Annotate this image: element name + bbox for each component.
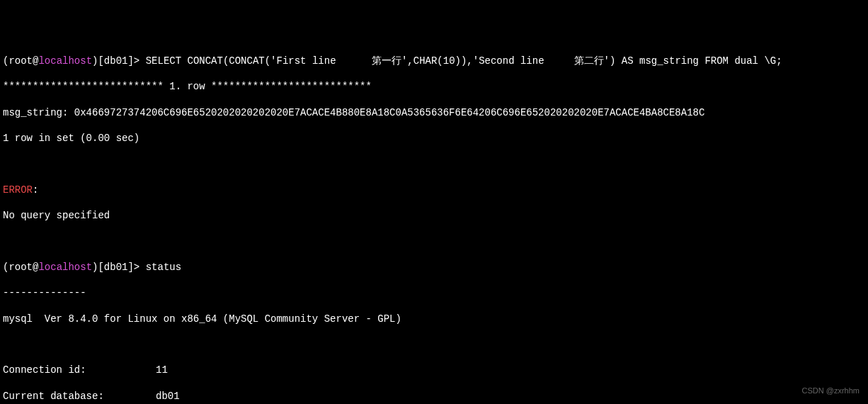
prompt-line-1[interactable]: (root@localhost)[db01]> SELECT CONCAT(CO…	[3, 55, 865, 67]
command-text: status	[146, 262, 181, 273]
error-message: No query specified	[3, 209, 865, 222]
prompt-db: db01	[104, 55, 128, 67]
row-header: *************************** 1. row *****…	[3, 80, 865, 93]
version-line: mysql Ver 8.4.0 for Linux on x86_64 (MyS…	[3, 313, 865, 325]
status-value: db01	[156, 391, 180, 402]
blank-line	[3, 338, 865, 351]
divider-dashes: --------------	[3, 286, 865, 299]
prompt-host: localhost	[38, 262, 92, 273]
blank-line	[3, 235, 865, 247]
command-text: SELECT CONCAT(CONCAT('First line 第一行',CH…	[146, 55, 782, 67]
status-label: Current database:	[3, 390, 156, 403]
blank-line	[3, 157, 865, 170]
status-value: 11	[156, 364, 168, 376]
prompt-host: localhost	[38, 55, 92, 67]
prompt-line-2[interactable]: (root@localhost)[db01]> status	[3, 261, 865, 274]
error-colon: :	[33, 184, 38, 196]
user: root	[8, 262, 33, 273]
user: root	[8, 55, 33, 67]
close-user: )[	[92, 262, 104, 273]
status-current-database: Current database:db01	[3, 390, 865, 403]
close-db: ]>	[127, 55, 145, 67]
watermark: CSDN @zxrhhm	[802, 386, 860, 395]
close-user: )[	[92, 55, 104, 67]
status-label: Connection id:	[3, 364, 156, 376]
close-db: ]>	[127, 262, 145, 273]
error-line: ERROR:	[3, 184, 865, 196]
msg-string-output: msg_string: 0x4669727374206C696E65202020…	[3, 106, 865, 119]
prompt-db: db01	[104, 262, 128, 273]
error-label: ERROR	[3, 184, 33, 196]
rows-in-set: 1 row in set (0.00 sec)	[3, 132, 865, 145]
status-connection-id: Connection id:11	[3, 364, 865, 376]
